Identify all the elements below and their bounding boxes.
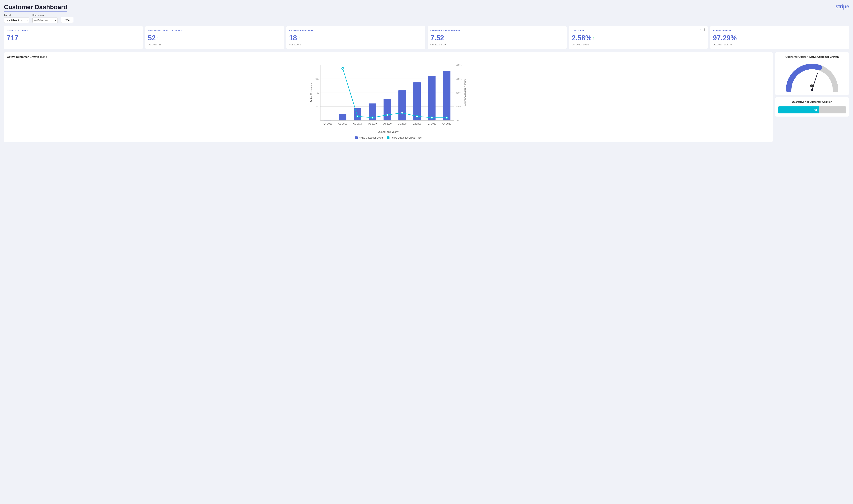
page-title: Customer Dashboard <box>4 3 67 12</box>
bar-gauge-title: Quarterly: Net Customer Addition <box>778 101 846 103</box>
bar-gauge-card: Quarterly: Net Customer Addition 60 <box>775 97 849 116</box>
svg-text:60: 60 <box>810 84 814 88</box>
page-header: Customer Dashboard stripe <box>4 3 849 12</box>
kpi-card-2: Churned Customers 18↑ Oct 2020: 17 <box>286 26 425 49</box>
kpi-card-0: Active Customers 717 <box>4 26 143 49</box>
svg-text:Active Customer Growth %: Active Customer Growth % <box>464 79 467 106</box>
reset-button[interactable]: Reset <box>61 17 73 23</box>
gauge-container: 60 <box>778 60 846 92</box>
period-filter-group: Period Last 6 Months Last 3 Months Last … <box>4 14 29 23</box>
period-label: Period <box>4 14 29 17</box>
legend-color <box>387 137 389 139</box>
bottom-row: Active Customer Growth Trend 02004006000… <box>4 52 849 142</box>
kpi-value: 52↑ <box>148 34 282 42</box>
svg-text:Q4 2018: Q4 2018 <box>324 122 332 125</box>
chart-area: 02004006000%200%400%600%800%Q4 2018Q1 20… <box>7 61 769 135</box>
chart-legend: Active Customer Count Active Customer Gr… <box>7 137 769 139</box>
svg-text:200: 200 <box>315 105 319 108</box>
svg-text:Quarter and Year ▾: Quarter and Year ▾ <box>378 130 399 133</box>
svg-text:200%: 200% <box>456 105 461 108</box>
svg-text:Q4 2020: Q4 2020 <box>442 122 451 125</box>
arrow-down-icon: ↓ <box>445 36 447 40</box>
kpi-value: 2.58%↑ <box>572 34 705 42</box>
bar-gauge-container: 60 <box>778 106 846 113</box>
svg-point-20 <box>446 117 448 119</box>
bar-5 <box>398 90 406 121</box>
svg-text:Q2 2020: Q2 2020 <box>413 122 421 125</box>
svg-point-16 <box>386 114 388 116</box>
expand-icon[interactable]: ⤢ <box>700 28 702 31</box>
period-select[interactable]: Last 6 Months Last 3 Months Last Year Al… <box>4 18 29 23</box>
kpi-value: 7.52↓ <box>430 34 564 42</box>
kpi-label: This Month: New Customers <box>148 29 282 32</box>
chart-title: Active Customer Growth Trend <box>7 55 769 58</box>
svg-text:400: 400 <box>315 91 319 94</box>
filters-row: Period Last 6 Months Last 3 Months Last … <box>4 14 849 23</box>
bar-6 <box>413 82 421 121</box>
kpi-sub: Oct 2020: 2.56% <box>572 43 705 46</box>
svg-text:Active Customers: Active Customers <box>310 83 313 102</box>
kpi-sub: Oct 2020: 43 <box>148 43 282 46</box>
kpi-card-5: Retention Rate 97.29%↓ Oct 2020: 97.33% <box>710 26 849 49</box>
svg-point-37 <box>811 89 813 91</box>
svg-point-13 <box>342 68 344 70</box>
svg-text:Q4 2019: Q4 2019 <box>383 122 392 125</box>
kpi-label: Retention Rate <box>713 29 846 32</box>
gauge-svg: 60 <box>785 60 839 92</box>
right-panel: Quarter to Quarter: Active Customer Grow… <box>775 52 849 142</box>
kpi-sub: Oct 2020: 17 <box>289 43 423 46</box>
svg-text:0: 0 <box>318 119 319 122</box>
kpi-label: Active Customers <box>7 29 140 32</box>
legend-item: Active Customer Growth Rate <box>387 137 422 139</box>
svg-point-15 <box>371 117 374 119</box>
svg-point-17 <box>401 112 403 114</box>
arrow-down-icon: ↓ <box>738 36 740 40</box>
kpi-card-icons[interactable]: ⤢ ⋮ <box>700 28 706 31</box>
svg-text:800%: 800% <box>456 64 461 66</box>
svg-text:Q1 2019: Q1 2019 <box>339 122 347 125</box>
legend-label: Active Customer Growth Rate <box>391 137 422 139</box>
plan-select[interactable]: --- Select --- <box>32 18 58 23</box>
kpi-card-1: This Month: New Customers 52↑ Oct 2020: … <box>145 26 284 49</box>
svg-text:Q3 2020: Q3 2020 <box>428 122 436 125</box>
kpi-value: 717 <box>7 34 140 42</box>
chart-card: Active Customer Growth Trend 02004006000… <box>4 52 773 142</box>
svg-text:400%: 400% <box>456 91 461 94</box>
chart-svg: 02004006000%200%400%600%800%Q4 2018Q1 20… <box>7 61 769 135</box>
legend-label: Active Customer Count <box>359 137 383 139</box>
bar-1 <box>339 114 346 121</box>
gauge-title: Quarter to Quarter: Active Customer Grow… <box>778 55 846 58</box>
bar-0 <box>324 120 331 121</box>
plan-label: Plan Name: <box>32 14 58 17</box>
bar-2 <box>354 108 361 121</box>
period-select-wrapper[interactable]: Last 6 Months Last 3 Months Last Year Al… <box>4 18 29 23</box>
kpi-row: Active Customers 717 This Month: New Cus… <box>4 26 849 49</box>
bar-4 <box>384 98 391 121</box>
svg-text:600%: 600% <box>456 77 461 80</box>
svg-point-19 <box>431 117 433 119</box>
svg-text:Q2 2019: Q2 2019 <box>353 122 362 125</box>
svg-point-14 <box>357 115 359 117</box>
bar-8 <box>443 71 451 121</box>
plan-select-wrapper[interactable]: --- Select --- <box>32 18 58 23</box>
arrow-up-icon: ↑ <box>298 36 300 40</box>
kpi-label: Customer Lifetime value <box>430 29 564 32</box>
plan-filter-group: Plan Name: --- Select --- <box>32 14 58 23</box>
kpi-value: 18↑ <box>289 34 423 42</box>
legend-color <box>355 137 358 139</box>
kpi-label: Churn Rate <box>572 29 705 32</box>
more-icon[interactable]: ⋮ <box>703 28 706 31</box>
bar-gauge-value: 60 <box>814 108 817 112</box>
kpi-sub: Oct 2020: 97.33% <box>713 43 846 46</box>
svg-point-18 <box>416 115 418 117</box>
arrow-up-icon: ↑ <box>157 36 159 40</box>
bar-gauge-fill: 60 <box>778 106 819 113</box>
kpi-value: 97.29%↓ <box>713 34 846 42</box>
bar-7 <box>428 76 435 121</box>
svg-text:600: 600 <box>315 77 319 80</box>
legend-item: Active Customer Count <box>355 137 383 139</box>
kpi-card-4: ⤢ ⋮ Churn Rate 2.58%↑ Oct 2020: 2.56% <box>569 26 708 49</box>
svg-text:Q1 2020: Q1 2020 <box>398 122 406 125</box>
gauge-card: Quarter to Quarter: Active Customer Grow… <box>775 52 849 95</box>
svg-text:Q3 2019: Q3 2019 <box>368 122 377 125</box>
